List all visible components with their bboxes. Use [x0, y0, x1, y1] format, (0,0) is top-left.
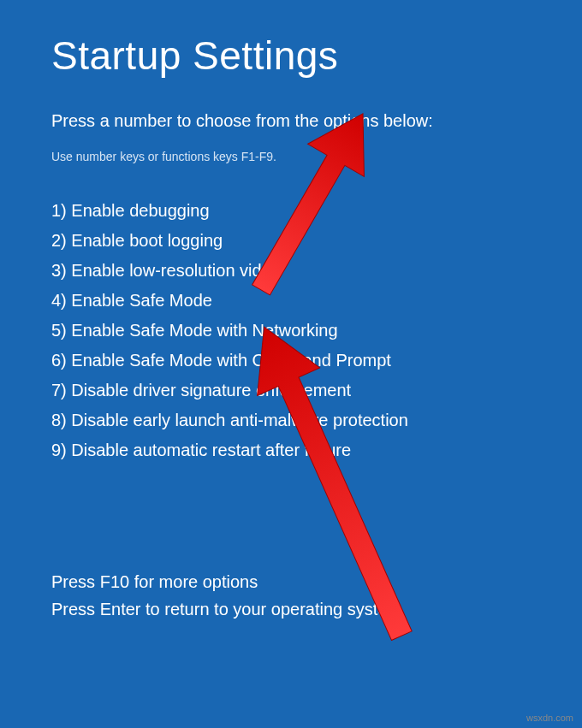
option-enable-safe-mode-networking[interactable]: 5) Enable Safe Mode with Networking	[51, 316, 531, 346]
option-enable-safe-mode-command-prompt[interactable]: 6) Enable Safe Mode with Command Prompt	[51, 346, 531, 376]
footer-enter-text: Press Enter to return to your operating …	[51, 595, 531, 623]
options-list: 1) Enable debugging 2) Enable boot loggi…	[51, 196, 531, 465]
option-disable-driver-signature-enforcement[interactable]: 7) Disable driver signature enforcement	[51, 376, 531, 405]
startup-settings-screen: Startup Settings Press a number to choos…	[0, 0, 582, 623]
footer-f10-text: Press F10 for more options	[51, 568, 531, 595]
option-disable-automatic-restart[interactable]: 9) Disable automatic restart after failu…	[51, 435, 531, 465]
footer-instructions: Press F10 for more options Press Enter t…	[51, 568, 531, 623]
page-title: Startup Settings	[51, 33, 531, 79]
watermark-text: wsxdn.com	[526, 713, 573, 723]
option-enable-safe-mode[interactable]: 4) Enable Safe Mode	[51, 286, 531, 316]
hint-text: Use number keys or functions keys F1-F9.	[51, 150, 531, 163]
option-enable-low-resolution-video[interactable]: 3) Enable low-resolution video	[51, 256, 531, 286]
instruction-text: Press a number to choose from the option…	[51, 111, 531, 131]
option-enable-boot-logging[interactable]: 2) Enable boot logging	[51, 226, 531, 256]
option-enable-debugging[interactable]: 1) Enable debugging	[51, 196, 531, 226]
option-disable-early-launch-anti-malware[interactable]: 8) Disable early launch anti-malware pro…	[51, 405, 531, 435]
